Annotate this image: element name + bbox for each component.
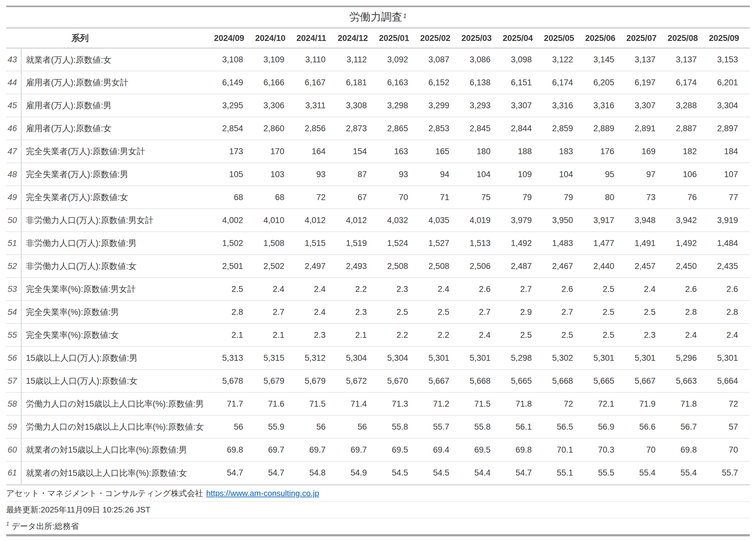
cell-value: 2,435 <box>709 255 750 277</box>
cell-value: 2.5 <box>379 300 420 323</box>
column-header-date: 2025/07 <box>626 29 667 48</box>
company-name: アセット・マネジメント・コンサルティング株式会社 <box>6 488 203 499</box>
cell-value: 97 <box>626 163 667 186</box>
cell-value: 2.2 <box>379 323 420 346</box>
cell-value: 3,917 <box>585 209 626 232</box>
row-number: 54 <box>6 300 21 323</box>
cell-value: 2.4 <box>626 277 667 300</box>
cell-value: 54.7 <box>255 461 296 484</box>
cell-value: 3,307 <box>502 94 544 117</box>
cell-value: 69.7 <box>337 438 379 461</box>
cell-value: 2.4 <box>709 323 750 346</box>
cell-value: 3,304 <box>709 94 750 117</box>
company-website-link[interactable]: https://www.am-consulting.co.jp <box>206 489 319 498</box>
table-row: 53完全失業率(%):原数値:男女計2.52.42.42.22.32.42.62… <box>6 277 750 300</box>
cell-value: 4,019 <box>461 209 502 232</box>
cell-value: 5,304 <box>337 346 379 369</box>
cell-value: 3,293 <box>461 94 502 117</box>
series-label: 就業者の対15歳以上人口比率(%):原数値:男 <box>21 438 214 461</box>
table-row: 49完全失業者(万人):原数値:女68687267707175797980737… <box>6 186 750 209</box>
cell-value: 2,502 <box>255 255 296 277</box>
column-header-date: 2025/02 <box>420 29 461 48</box>
cell-value: 2.7 <box>461 300 502 323</box>
cell-value: 5,313 <box>214 346 255 369</box>
cell-value: 3,298 <box>379 94 420 117</box>
cell-value: 2.1 <box>214 323 255 346</box>
cell-value: 69.5 <box>379 438 420 461</box>
cell-value: 3,948 <box>626 209 667 232</box>
cell-value: 69.8 <box>667 438 709 461</box>
cell-value: 2.7 <box>502 277 544 300</box>
cell-value: 2,859 <box>544 117 585 140</box>
cell-value: 6,167 <box>296 71 337 94</box>
column-header-row: 系列 2024/092024/102024/112024/122025/0120… <box>6 29 750 48</box>
cell-value: 1,502 <box>214 232 255 255</box>
cell-value: 6,163 <box>379 71 420 94</box>
cell-value: 1,527 <box>420 232 461 255</box>
table-row: 59労働力人口の対15歳以上人口比率(%):原数値:女5655.9565655.… <box>6 415 750 438</box>
cell-value: 4,012 <box>337 209 379 232</box>
cell-value: 2.6 <box>544 277 585 300</box>
cell-value: 2.6 <box>461 277 502 300</box>
cell-value: 70.1 <box>544 438 585 461</box>
cell-value: 2.2 <box>337 277 379 300</box>
cell-value: 54.7 <box>502 461 544 484</box>
cell-value: 3,299 <box>420 94 461 117</box>
cell-value: 180 <box>461 140 502 163</box>
cell-value: 4,032 <box>379 209 420 232</box>
column-header-date: 2025/09 <box>709 29 750 48</box>
row-number: 44 <box>6 71 21 94</box>
cell-value: 2.4 <box>461 323 502 346</box>
cell-value: 2.3 <box>379 277 420 300</box>
series-label: 労働力人口の対15歳以上人口比率(%):原数値:女 <box>21 415 214 438</box>
cell-value: 5,301 <box>585 346 626 369</box>
cell-value: 93 <box>379 163 420 186</box>
cell-value: 173 <box>214 140 255 163</box>
cell-value: 3,153 <box>709 48 750 71</box>
cell-value: 3,087 <box>420 48 461 71</box>
cell-value: 2.6 <box>667 277 709 300</box>
series-label: 完全失業率(%):原数値:男女計 <box>21 277 214 300</box>
cell-value: 104 <box>544 163 585 186</box>
table-row: 5715歳以上人口(万人):原数値:女5,6785,6795,6795,6725… <box>6 369 750 392</box>
cell-value: 2,891 <box>626 117 667 140</box>
table-body: 43就業者(万人):原数値:女3,1083,1093,1103,1123,092… <box>6 48 750 484</box>
cell-value: 56.9 <box>585 415 626 438</box>
cell-value: 2.8 <box>214 300 255 323</box>
cell-value: 6,149 <box>214 71 255 94</box>
cell-value: 71.6 <box>255 392 296 415</box>
cell-value: 55.7 <box>420 415 461 438</box>
cell-value: 3,109 <box>255 48 296 71</box>
column-header-date: 2024/12 <box>337 29 379 48</box>
cell-value: 2,887 <box>667 117 709 140</box>
cell-value: 5,301 <box>420 346 461 369</box>
table-row: 51非労働力人口(万人):原数値:男1,5021,5081,5151,5191,… <box>6 232 750 255</box>
cell-value: 107 <box>709 163 750 186</box>
cell-value: 3,145 <box>585 48 626 71</box>
cell-value: 94 <box>420 163 461 186</box>
column-header-date: 2024/11 <box>296 29 337 48</box>
cell-value: 6,205 <box>585 71 626 94</box>
cell-value: 3,137 <box>626 48 667 71</box>
cell-value: 1,513 <box>461 232 502 255</box>
cell-value: 4,035 <box>420 209 461 232</box>
column-header-date: 2025/03 <box>461 29 502 48</box>
row-number: 43 <box>6 48 21 71</box>
cell-value: 71.3 <box>379 392 420 415</box>
cell-value: 2.4 <box>296 300 337 323</box>
table-row: 45雇用者(万人):原数値:男3,2953,3063,3113,3083,298… <box>6 94 750 117</box>
cell-value: 4,012 <box>296 209 337 232</box>
page-title: 労働力調査 <box>349 10 402 24</box>
column-header-date: 2024/09 <box>214 29 255 48</box>
cell-value: 2,501 <box>214 255 255 277</box>
title-footnote-mark: 1 <box>403 12 407 20</box>
column-header-date: 2025/08 <box>667 29 709 48</box>
cell-value: 2,506 <box>461 255 502 277</box>
cell-value: 5,304 <box>379 346 420 369</box>
table-row: 43就業者(万人):原数値:女3,1083,1093,1103,1123,092… <box>6 48 750 71</box>
cell-value: 3,979 <box>502 209 544 232</box>
cell-value: 5,670 <box>379 369 420 392</box>
cell-value: 5,663 <box>667 369 709 392</box>
cell-value: 184 <box>709 140 750 163</box>
cell-value: 71.9 <box>626 392 667 415</box>
